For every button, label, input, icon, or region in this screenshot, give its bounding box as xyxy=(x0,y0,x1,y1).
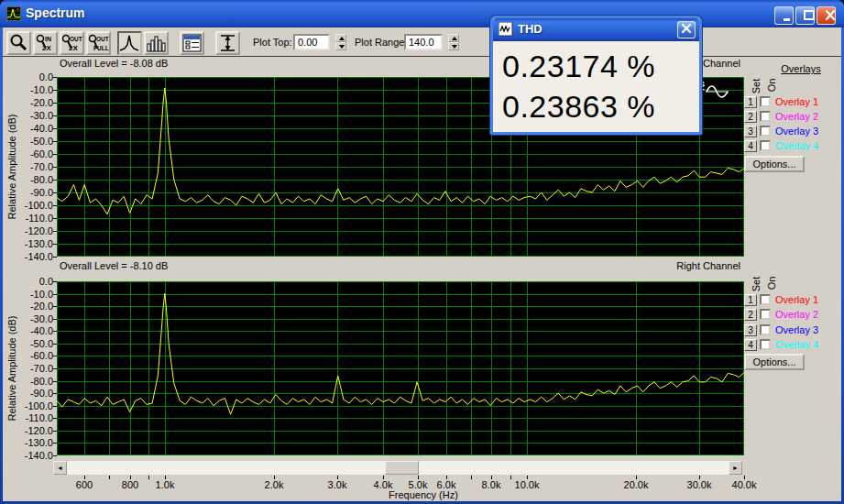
form-icon xyxy=(181,33,203,53)
scrollbar-thumb[interactable] xyxy=(385,461,419,475)
y-tick-mark xyxy=(53,418,57,419)
options-button-top[interactable]: Options... xyxy=(744,156,805,172)
x-axis-tick-label: 20.0k xyxy=(613,479,659,490)
peak-mode-button[interactable] xyxy=(117,31,142,55)
y-tick-label: -90.0 xyxy=(0,187,53,198)
y-tick-mark xyxy=(53,381,57,382)
overlay-set-button-4[interactable]: 4 xyxy=(744,339,757,351)
thd-titlebar[interactable]: THD xyxy=(493,18,699,41)
plot-range-spin-up[interactable] xyxy=(448,34,459,42)
overlay-on-checkbox-3[interactable] xyxy=(760,126,771,137)
y-tick-mark xyxy=(53,154,57,155)
plot-range-label: Plot Range: xyxy=(355,37,407,48)
y-tick-label: -100.0 xyxy=(0,400,53,411)
sine-wave-icon xyxy=(705,81,729,103)
y-tick-label: -140.0 xyxy=(0,450,53,461)
y-tick-label: -30.0 xyxy=(0,313,53,324)
scroll-left-button[interactable]: ◄ xyxy=(53,461,67,475)
overlay-set-button-3[interactable]: 3 xyxy=(744,324,757,336)
svg-text:OUT: OUT xyxy=(70,36,82,42)
bars-mode-button[interactable] xyxy=(144,31,169,55)
plot-top-spin-down[interactable] xyxy=(335,42,346,50)
stereo-track-badge: S T xyxy=(699,81,729,103)
overlay-on-checkbox-1[interactable] xyxy=(760,96,771,107)
zoom-in-2x-button[interactable]: IN 2X xyxy=(33,31,58,55)
spectrum-window: Spectrum IN 2X OUT 2 xyxy=(0,0,844,504)
overlay-on-checkbox-4[interactable] xyxy=(760,339,771,350)
y-tick-mark xyxy=(53,356,57,356)
overlay-on-checkbox-3[interactable] xyxy=(760,324,771,335)
zoom-out-2x-button[interactable]: OUT 2X xyxy=(60,31,84,55)
overlay-set-button-2[interactable]: 2 xyxy=(744,309,757,321)
plot-range-spin-down[interactable] xyxy=(448,42,459,50)
x-scrollbar[interactable]: ◄ ► xyxy=(53,461,742,475)
y-tick-label: -110.0 xyxy=(0,412,53,423)
spectrum-trace xyxy=(57,293,744,414)
plot-top-input[interactable] xyxy=(293,34,330,50)
overlay-label-1: Overlay 1 xyxy=(775,96,818,107)
options-button-bottom[interactable]: Options... xyxy=(744,354,805,370)
y-tick-mark xyxy=(53,180,57,181)
overlay-label-3: Overlay 3 xyxy=(775,126,818,137)
on-column-label-bottom: On xyxy=(766,269,777,297)
y-tick-label: -70.0 xyxy=(0,363,53,374)
y-tick-label: -70.0 xyxy=(0,161,53,172)
plot-top-spin-up[interactable] xyxy=(335,34,346,42)
y-tick-label: -30.0 xyxy=(0,110,53,121)
y-tick-mark xyxy=(53,294,57,295)
y-tick-label: -50.0 xyxy=(0,338,53,349)
histogram-icon xyxy=(146,33,167,53)
overlay-on-checkbox-1[interactable] xyxy=(760,294,771,305)
y-tick-label: -50.0 xyxy=(0,136,53,147)
x-axis-tick-label: 600 xyxy=(61,479,107,490)
overlay-set-button-1[interactable]: 1 xyxy=(744,294,757,306)
overlay-label-2: Overlay 2 xyxy=(775,309,818,320)
y-tick-mark xyxy=(53,103,57,104)
y-tick-label: -90.0 xyxy=(0,388,53,399)
close-button[interactable] xyxy=(817,6,836,25)
y-tick-mark xyxy=(53,115,57,116)
zoom-out-full-icon: OUT FULL xyxy=(88,33,109,53)
y-tick-label: 0.0 xyxy=(0,276,53,287)
minimize-icon xyxy=(781,8,796,23)
thd-dialog: THD 0.23174 % 0.23863 % xyxy=(490,16,702,135)
overlay-set-button-2[interactable]: 2 xyxy=(744,111,757,123)
overlay-set-button-3[interactable]: 3 xyxy=(744,126,757,137)
zoom-out-full-button[interactable]: OUT FULL xyxy=(86,31,111,55)
vertical-range-button[interactable] xyxy=(215,31,240,55)
y-tick-mark xyxy=(53,167,57,168)
y-tick-label: -110.0 xyxy=(0,213,53,224)
thd-close-button[interactable] xyxy=(677,21,696,38)
svg-text:2X: 2X xyxy=(42,44,51,52)
thd-app-icon xyxy=(499,22,513,37)
x-axis-title: Frequency (Hz) xyxy=(332,489,515,500)
overlay-set-button-1[interactable]: 1 xyxy=(744,96,757,108)
toolbar-separator xyxy=(3,56,841,57)
peak-curve-icon xyxy=(119,33,140,53)
window-titlebar[interactable]: Spectrum xyxy=(0,0,844,27)
y-tick-mark xyxy=(53,406,57,407)
y-tick-label: -140.0 xyxy=(0,251,53,262)
display-options-button[interactable] xyxy=(180,31,204,55)
y-tick-label: -40.0 xyxy=(0,325,53,336)
minimize-button[interactable] xyxy=(774,6,794,25)
y-tick-mark xyxy=(53,257,57,257)
vertical-range-icon xyxy=(217,33,238,53)
thd-value-left: 0.23174 % xyxy=(502,46,655,86)
spectrum-plot-right[interactable] xyxy=(57,281,744,455)
zoom-out-2x-icon: OUT 2X xyxy=(61,33,82,53)
scroll-right-button[interactable]: ► xyxy=(729,461,742,475)
plot-range-input[interactable] xyxy=(404,34,443,50)
svg-text:2X: 2X xyxy=(69,44,78,52)
zoom-select-button[interactable] xyxy=(6,31,31,55)
overlay-on-checkbox-4[interactable] xyxy=(760,140,771,151)
overlay-on-checkbox-2[interactable] xyxy=(760,309,771,320)
overlay-on-checkbox-2[interactable] xyxy=(760,111,771,122)
y-tick-mark xyxy=(53,77,57,78)
y-tick-mark xyxy=(53,281,57,282)
y-tick-mark xyxy=(53,306,57,307)
on-column-label-top: On xyxy=(766,71,777,99)
overlay-set-button-4[interactable]: 4 xyxy=(744,140,757,152)
maximize-button[interactable] xyxy=(795,6,815,25)
y-tick-label: -130.0 xyxy=(0,238,53,249)
